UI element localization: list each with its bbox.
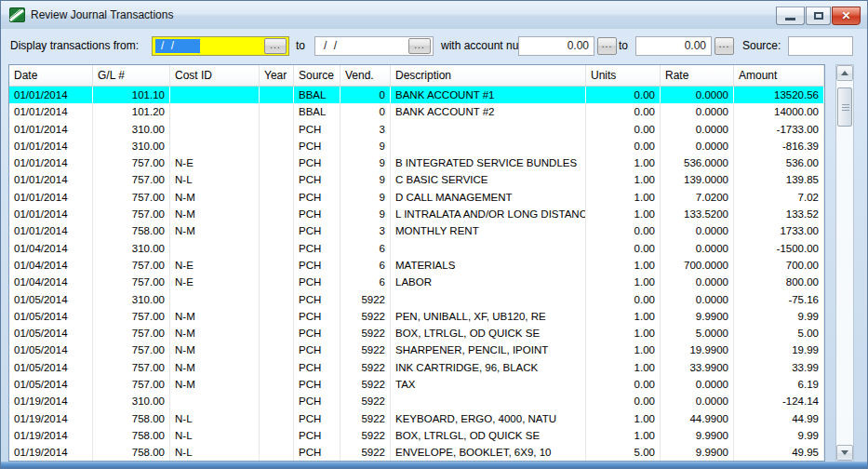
table-cell (260, 410, 294, 427)
table-cell: PCH (294, 410, 341, 427)
table-cell: 700.0000 (661, 257, 734, 274)
table-cell: 5922 (341, 325, 391, 342)
table-cell: PCH (294, 189, 341, 206)
table-cell: MONTHLY RENT (391, 222, 586, 239)
table-row[interactable]: 01/01/2014310.00PCH30.000.0000-1733.00 (9, 121, 824, 138)
table-cell: 0.00 (586, 240, 661, 257)
date-to-browse-button[interactable]: ... (408, 38, 431, 54)
table-row[interactable]: 01/05/2014757.00N-MPCH5922SHARPENER, PEN… (9, 342, 824, 358)
table-cell: 757.00 (93, 206, 170, 222)
table-cell: N-E (170, 154, 260, 171)
table-row[interactable]: 01/05/2014310.00PCH59220.000.0000-75.16 (9, 291, 824, 308)
date-from-field[interactable]: / / ... (152, 36, 289, 56)
table-cell: 1.00 (586, 154, 661, 171)
table-row[interactable]: 01/01/2014757.00N-EPCH9B INTEGRATED SERV… (9, 154, 824, 171)
table-cell: BOX, LTRLGL, OD QUICK SE (391, 427, 586, 444)
table-row[interactable]: 01/01/2014757.00N-MPCH9L INTRALATA AND/O… (9, 206, 824, 222)
table-cell: 33.99 (734, 359, 824, 376)
table-cell: 33.9900 (661, 359, 734, 376)
table-cell (260, 121, 294, 138)
column-header[interactable]: Units (586, 65, 661, 86)
table-row[interactable]: 01/19/2014758.00N-LPCH5922ENVELOPE, BOOK… (9, 444, 824, 461)
minimize-button[interactable] (776, 7, 805, 25)
minimize-icon (785, 18, 795, 20)
column-header[interactable]: Year (260, 65, 294, 86)
table-cell: N-L (170, 410, 260, 427)
column-header[interactable]: Source (294, 65, 341, 86)
date-to-field[interactable]: / / ... (314, 36, 434, 56)
table-row[interactable]: 01/04/2014757.00N-EPCH6LABOR1.000.000080… (9, 274, 824, 290)
date-from-browse-button[interactable]: ... (264, 38, 287, 54)
table-cell: 01/01/2014 (9, 121, 93, 138)
account-to-browse-button[interactable]: ... (714, 37, 734, 55)
table-cell: 0.00 (586, 291, 661, 308)
column-header[interactable]: Cost ID (170, 65, 260, 86)
table-cell: 01/01/2014 (9, 103, 93, 120)
table-row[interactable]: 01/05/2014757.00N-MPCH5922TAX0.000.00006… (9, 376, 824, 393)
table-cell: KEYBOARD, ERGO, 4000, NATU (391, 410, 586, 427)
title-bar[interactable]: Review Journal Transactions ✕ (1, 1, 867, 29)
table-row[interactable]: 01/01/2014757.00N-LPCH9C BASIC SERVICE1.… (9, 171, 824, 188)
table-cell: 310.00 (93, 393, 170, 409)
column-header[interactable]: Vend. (341, 65, 391, 86)
table-cell: 0.00 (586, 103, 661, 120)
table-row[interactable]: 01/01/2014101.10BBAL0BANK ACCOUNT #10.00… (9, 87, 824, 103)
table-cell: 9 (341, 189, 391, 206)
table-row[interactable]: 01/19/2014758.00N-LPCH5922KEYBOARD, ERGO… (9, 410, 824, 427)
table-cell: 1733.00 (734, 222, 824, 239)
table-row[interactable]: 01/19/2014310.00PCH59220.000.0000-124.14 (9, 393, 824, 409)
column-header[interactable]: Description (391, 65, 586, 86)
table-cell: N-M (170, 342, 260, 358)
scrollbar-thumb[interactable] (837, 87, 852, 127)
maximize-icon (814, 12, 823, 20)
table-cell: BOX, LTRLGL, OD QUICK SE (391, 325, 586, 342)
table-row[interactable]: 01/01/2014101.20BBAL0BANK ACCOUNT #20.00… (9, 103, 824, 120)
to-label-2: to (619, 39, 628, 52)
table-cell: BANK ACCOUNT #1 (391, 87, 586, 103)
scroll-up-button[interactable] (836, 65, 853, 81)
table-row[interactable]: 01/04/2014757.00N-EPCH6MATERIALS1.00700.… (9, 257, 824, 274)
table-cell: N-M (170, 359, 260, 376)
table-cell: N-L (170, 171, 260, 188)
account-to-field[interactable]: 0.00 (635, 36, 712, 56)
table-cell (260, 376, 294, 393)
column-header[interactable]: Amount (734, 65, 824, 86)
table-cell (260, 171, 294, 188)
table-row[interactable]: 01/05/2014757.00N-MPCH5922BOX, LTRLGL, O… (9, 325, 824, 342)
column-header[interactable]: Date (9, 65, 93, 86)
table-cell: PCH (294, 427, 341, 444)
table-cell: 49.95 (734, 444, 824, 461)
table-cell (170, 121, 260, 138)
table-cell: 44.9900 (661, 410, 734, 427)
table-cell: 9 (341, 138, 391, 154)
vertical-scrollbar[interactable] (835, 64, 854, 462)
table-cell: 310.00 (93, 291, 170, 308)
column-header[interactable]: G/L # (93, 65, 170, 86)
table-cell: 01/04/2014 (9, 257, 93, 274)
table-row[interactable]: 01/01/2014757.00N-MPCH9D CALL MANAGEMENT… (9, 189, 824, 206)
maximize-button[interactable] (806, 7, 831, 25)
table-cell (260, 154, 294, 171)
scroll-down-button[interactable] (836, 445, 853, 461)
table-row[interactable]: 01/01/2014758.00N-MPCH3MONTHLY RENT0.000… (9, 222, 824, 239)
account-from-browse-button[interactable]: ... (597, 37, 617, 55)
table-cell: 1.00 (586, 206, 661, 222)
table-row[interactable]: 01/04/2014310.00PCH60.000.0000-1500.00 (9, 240, 824, 257)
table-row[interactable]: 01/05/2014757.00N-MPCH5922PEN, UNIBALL, … (9, 308, 824, 325)
table-cell: 9 (341, 154, 391, 171)
table-cell: 5.0000 (661, 325, 734, 342)
column-header[interactable]: Rate (661, 65, 734, 86)
source-field[interactable] (788, 36, 853, 56)
table-row[interactable]: 01/19/2014758.00N-LPCH5922BOX, LTRLGL, O… (9, 427, 824, 444)
table-cell: 536.00 (734, 154, 824, 171)
table-cell: 6 (341, 257, 391, 274)
table-cell: 6.19 (734, 376, 824, 393)
table-cell: D CALL MANAGEMENT (391, 189, 586, 206)
account-from-field[interactable]: 0.00 (518, 36, 594, 56)
table-cell: 1.00 (586, 257, 661, 274)
table-row[interactable]: 01/01/2014310.00PCH90.000.0000-816.39 (9, 138, 824, 154)
window-title: Review Journal Transactions (31, 1, 173, 29)
table-row[interactable]: 01/05/2014757.00N-MPCH5922INK CARTRIDGE,… (9, 359, 824, 376)
table-cell: -124.14 (734, 393, 824, 409)
close-button[interactable]: ✕ (832, 7, 861, 25)
